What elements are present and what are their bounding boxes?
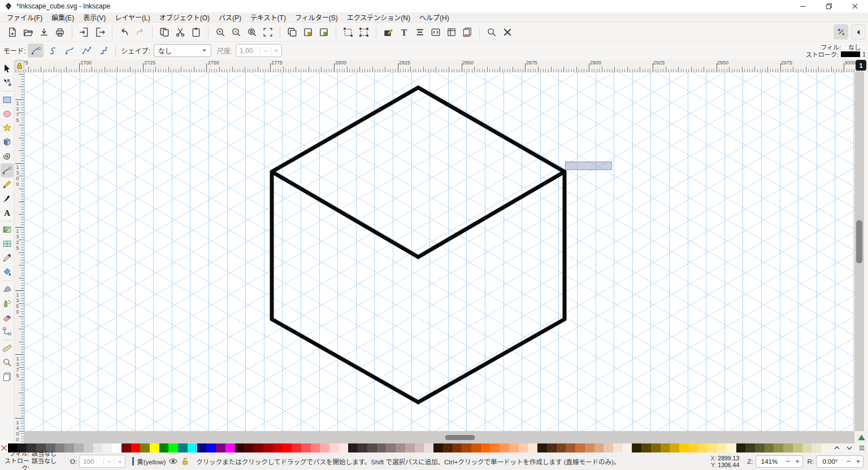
tool-connector[interactable] <box>1 324 14 338</box>
rotation-decrement[interactable]: − <box>844 457 853 465</box>
palette-swatch[interactable] <box>736 443 746 452</box>
palette-swatch[interactable] <box>225 443 235 452</box>
palette-swatch[interactable] <box>509 443 519 452</box>
palette-swatch[interactable] <box>585 443 594 452</box>
palette-swatch[interactable] <box>396 443 405 452</box>
palette-swatch[interactable] <box>575 443 585 452</box>
layer-visibility-eye-icon[interactable] <box>168 456 178 466</box>
preferences-button[interactable] <box>500 24 515 40</box>
menu-item[interactable]: テキスト(T) <box>246 12 290 23</box>
palette-swatch[interactable] <box>339 443 349 452</box>
palette-swatch[interactable] <box>84 443 93 452</box>
palette-swatch[interactable] <box>282 443 292 452</box>
tool-rectangle[interactable] <box>1 93 14 107</box>
doc-props-button[interactable] <box>444 24 459 40</box>
rotation-increment[interactable]: + <box>853 457 863 465</box>
menu-item[interactable]: パス(P) <box>214 12 246 23</box>
zoom-drawing-button[interactable] <box>228 24 244 40</box>
zoom-page-button[interactable] <box>244 24 260 40</box>
zoom-decrement[interactable]: − <box>783 457 793 465</box>
palette-swatch[interactable] <box>159 443 169 452</box>
copy-button[interactable] <box>157 24 172 40</box>
text-dialog-button[interactable] <box>396 24 412 40</box>
tool-gradient[interactable] <box>1 223 14 237</box>
palette-swatch[interactable] <box>358 443 367 452</box>
tool-zoom[interactable] <box>1 355 14 369</box>
palette-swatch[interactable] <box>140 443 150 452</box>
import-button[interactable] <box>76 24 92 40</box>
palette-swatch[interactable] <box>273 443 283 452</box>
palette-swatch[interactable] <box>793 443 802 452</box>
palette-swatch[interactable] <box>679 443 689 452</box>
palette-swatch[interactable] <box>121 443 131 452</box>
palette-swatch[interactable] <box>150 443 159 452</box>
palette-swatch[interactable] <box>821 443 831 452</box>
menu-item[interactable]: フィルター(S) <box>290 12 342 23</box>
opacity-decrement[interactable]: − <box>103 458 114 465</box>
palette-swatch[interactable] <box>774 443 783 452</box>
palette-swatch[interactable] <box>93 443 103 452</box>
new-button[interactable] <box>5 24 20 40</box>
clone-button[interactable] <box>300 24 316 40</box>
unlink-clone-button[interactable] <box>316 24 332 40</box>
zoom-selection-button[interactable] <box>212 24 228 40</box>
fill-stroke-button[interactable] <box>380 24 396 40</box>
tool-measure[interactable] <box>1 341 14 355</box>
palette-swatch[interactable] <box>528 443 537 452</box>
palette-swatch[interactable] <box>755 443 765 452</box>
palette-swatch[interactable] <box>178 443 188 452</box>
tool-ellipse[interactable] <box>1 107 14 121</box>
zoom-fit-button[interactable] <box>260 24 276 40</box>
palette-swatch[interactable] <box>311 443 320 452</box>
cut-button[interactable] <box>172 24 188 40</box>
duplicate-button[interactable] <box>284 24 300 40</box>
tool-eraser[interactable] <box>1 310 14 324</box>
menu-item[interactable]: 表示(V) <box>79 12 110 23</box>
restore-button[interactable] <box>816 0 842 12</box>
palette-swatch[interactable] <box>471 443 481 452</box>
palette-swatch[interactable] <box>235 443 245 452</box>
palette-swatch[interactable] <box>811 443 821 452</box>
opacity-increment[interactable]: + <box>114 458 125 465</box>
palette-swatch[interactable] <box>490 443 500 452</box>
undo-button[interactable] <box>116 24 132 40</box>
tool-spray[interactable] <box>1 296 14 310</box>
rotation-spinbox[interactable]: 0.00° − + <box>816 455 863 468</box>
palette-swatch[interactable] <box>745 443 755 452</box>
palette-swatch[interactable] <box>112 443 121 452</box>
fill-stroke-status[interactable]: フィル: 該当なし ストローク: 該当なし <box>2 450 64 470</box>
palette-swatch[interactable] <box>206 443 216 452</box>
palette-swatch[interactable] <box>433 443 443 452</box>
palette-swatch[interactable] <box>216 443 225 452</box>
align-button[interactable] <box>412 24 428 40</box>
minimize-button[interactable] <box>790 0 816 12</box>
color-managed-view-toggle[interactable] <box>854 431 868 443</box>
palette-swatch[interactable] <box>641 443 651 452</box>
palette-swatch[interactable] <box>131 443 141 452</box>
current-layer-name[interactable]: 黄(yellow) <box>137 457 166 466</box>
tool-pages[interactable] <box>1 369 14 384</box>
palette-swatch[interactable] <box>661 443 670 452</box>
palette-swatch[interactable] <box>453 443 462 452</box>
palette-swatch[interactable] <box>405 443 415 452</box>
palette-swatch[interactable] <box>708 443 717 452</box>
menu-item[interactable]: ヘルプ(H) <box>415 12 454 23</box>
palette-swatch[interactable] <box>168 443 178 452</box>
palette-swatch[interactable] <box>188 443 197 452</box>
palette-swatch[interactable] <box>64 443 74 452</box>
vertical-scrollbar-thumb[interactable] <box>856 220 862 263</box>
pen-mode-bspline[interactable] <box>62 43 77 58</box>
palette-swatch[interactable] <box>623 443 632 452</box>
horizontal-scrollbar[interactable] <box>24 431 854 443</box>
palette-swatch[interactable] <box>698 443 708 452</box>
horizontal-ruler[interactable]: 2675270027252750277528002825285028752900… <box>14 59 868 72</box>
palette-swatch[interactable] <box>765 443 774 452</box>
tool-text[interactable] <box>1 206 14 220</box>
group-button[interactable] <box>340 24 356 40</box>
scale-increment[interactable]: + <box>271 47 281 55</box>
tool-pencil[interactable] <box>1 177 14 192</box>
palette-swatch[interactable] <box>717 443 727 452</box>
tool-paint-bucket[interactable] <box>1 265 14 279</box>
find-button[interactable] <box>484 24 500 40</box>
palette-scroll-up-button[interactable] <box>831 443 843 452</box>
